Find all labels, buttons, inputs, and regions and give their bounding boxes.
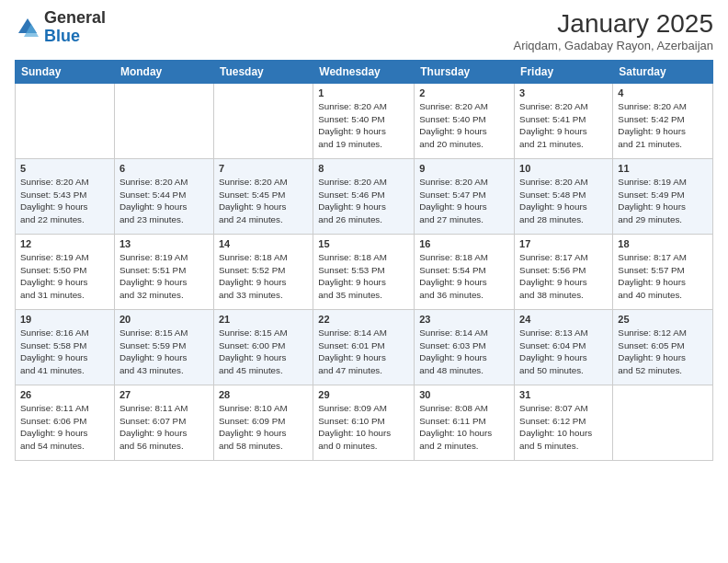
day-number: 7 xyxy=(219,163,308,174)
day-info: Sunrise: 8:17 AM Sunset: 5:57 PM Dayligh… xyxy=(618,251,708,302)
week-row-3: 19Sunrise: 8:16 AM Sunset: 5:58 PM Dayli… xyxy=(16,310,713,385)
day-info: Sunrise: 8:10 AM Sunset: 6:09 PM Dayligh… xyxy=(219,402,308,453)
day-info: Sunrise: 8:20 AM Sunset: 5:40 PM Dayligh… xyxy=(419,100,509,151)
week-row-2: 12Sunrise: 8:19 AM Sunset: 5:50 PM Dayli… xyxy=(16,235,713,310)
day-number: 8 xyxy=(318,163,409,174)
calendar-cell: 2Sunrise: 8:20 AM Sunset: 5:40 PM Daylig… xyxy=(415,84,515,159)
day-header-wednesday: Wednesday xyxy=(313,61,415,84)
day-info: Sunrise: 8:16 AM Sunset: 5:58 PM Dayligh… xyxy=(20,327,109,377)
calendar-cell: 22Sunrise: 8:14 AM Sunset: 6:01 PM Dayli… xyxy=(313,310,415,385)
calendar-table: SundayMondayTuesdayWednesdayThursdayFrid… xyxy=(15,60,713,461)
day-number: 1 xyxy=(318,87,409,98)
day-number: 6 xyxy=(119,163,209,174)
day-header-saturday: Saturday xyxy=(613,61,713,84)
calendar-cell: 8Sunrise: 8:20 AM Sunset: 5:46 PM Daylig… xyxy=(313,159,415,235)
day-info: Sunrise: 8:20 AM Sunset: 5:44 PM Dayligh… xyxy=(119,176,209,226)
day-number: 25 xyxy=(618,314,708,325)
day-info: Sunrise: 8:20 AM Sunset: 5:46 PM Dayligh… xyxy=(318,176,409,226)
calendar-cell: 18Sunrise: 8:17 AM Sunset: 5:57 PM Dayli… xyxy=(613,235,713,310)
calendar-cell: 24Sunrise: 8:13 AM Sunset: 6:04 PM Dayli… xyxy=(515,310,613,385)
calendar-cell: 31Sunrise: 8:07 AM Sunset: 6:12 PM Dayli… xyxy=(515,385,613,461)
day-number: 30 xyxy=(419,389,509,400)
logo: General Blue xyxy=(15,9,106,46)
header: General Blue January 2025 Ariqdam, Gadab… xyxy=(15,9,713,52)
calendar-cell: 28Sunrise: 8:10 AM Sunset: 6:09 PM Dayli… xyxy=(213,385,313,461)
day-number: 12 xyxy=(20,238,109,249)
calendar-cell: 21Sunrise: 8:15 AM Sunset: 6:00 PM Dayli… xyxy=(213,310,313,385)
day-info: Sunrise: 8:20 AM Sunset: 5:47 PM Dayligh… xyxy=(419,176,509,226)
day-number: 29 xyxy=(318,389,409,400)
day-number: 17 xyxy=(519,238,608,249)
day-info: Sunrise: 8:11 AM Sunset: 6:06 PM Dayligh… xyxy=(20,402,109,453)
day-number: 2 xyxy=(419,87,509,98)
day-number: 19 xyxy=(20,314,109,325)
day-info: Sunrise: 8:20 AM Sunset: 5:42 PM Dayligh… xyxy=(618,100,708,151)
day-header-monday: Monday xyxy=(114,61,213,84)
calendar-cell: 6Sunrise: 8:20 AM Sunset: 5:44 PM Daylig… xyxy=(114,159,213,235)
week-row-1: 5Sunrise: 8:20 AM Sunset: 5:43 PM Daylig… xyxy=(16,159,713,235)
day-number: 21 xyxy=(219,314,308,325)
header-row: SundayMondayTuesdayWednesdayThursdayFrid… xyxy=(16,61,713,84)
day-info: Sunrise: 8:20 AM Sunset: 5:45 PM Dayligh… xyxy=(219,176,308,226)
day-info: Sunrise: 8:19 AM Sunset: 5:51 PM Dayligh… xyxy=(119,251,209,302)
day-number: 16 xyxy=(419,238,509,249)
logo-blue: Blue xyxy=(44,27,80,45)
day-info: Sunrise: 8:14 AM Sunset: 6:03 PM Dayligh… xyxy=(419,327,509,377)
calendar-cell: 25Sunrise: 8:12 AM Sunset: 6:05 PM Dayli… xyxy=(613,310,713,385)
calendar-cell: 11Sunrise: 8:19 AM Sunset: 5:49 PM Dayli… xyxy=(613,159,713,235)
day-number: 10 xyxy=(519,163,608,174)
calendar-cell: 29Sunrise: 8:09 AM Sunset: 6:10 PM Dayli… xyxy=(313,385,415,461)
calendar-cell: 3Sunrise: 8:20 AM Sunset: 5:41 PM Daylig… xyxy=(515,84,613,159)
day-number: 14 xyxy=(219,238,308,249)
day-number: 22 xyxy=(318,314,409,325)
week-row-0: 1Sunrise: 8:20 AM Sunset: 5:40 PM Daylig… xyxy=(16,84,713,159)
calendar-cell: 20Sunrise: 8:15 AM Sunset: 5:59 PM Dayli… xyxy=(114,310,213,385)
day-number: 28 xyxy=(219,389,308,400)
day-info: Sunrise: 8:18 AM Sunset: 5:52 PM Dayligh… xyxy=(219,251,308,302)
logo-text: General Blue xyxy=(44,9,106,46)
day-number: 31 xyxy=(519,389,608,400)
calendar-cell: 5Sunrise: 8:20 AM Sunset: 5:43 PM Daylig… xyxy=(16,159,115,235)
day-number: 27 xyxy=(119,389,209,400)
title-block: January 2025 Ariqdam, Gadabay Rayon, Aze… xyxy=(513,9,713,52)
calendar-cell xyxy=(613,385,713,461)
day-number: 26 xyxy=(20,389,109,400)
calendar-cell: 26Sunrise: 8:11 AM Sunset: 6:06 PM Dayli… xyxy=(16,385,115,461)
day-number: 23 xyxy=(419,314,509,325)
page: General Blue January 2025 Ariqdam, Gadab… xyxy=(0,0,728,563)
calendar-cell: 10Sunrise: 8:20 AM Sunset: 5:48 PM Dayli… xyxy=(515,159,613,235)
day-number: 9 xyxy=(419,163,509,174)
day-number: 20 xyxy=(119,314,209,325)
calendar-cell: 30Sunrise: 8:08 AM Sunset: 6:11 PM Dayli… xyxy=(415,385,515,461)
calendar-cell xyxy=(16,84,115,159)
calendar-cell: 9Sunrise: 8:20 AM Sunset: 5:47 PM Daylig… xyxy=(415,159,515,235)
day-info: Sunrise: 8:12 AM Sunset: 6:05 PM Dayligh… xyxy=(618,327,708,377)
location: Ariqdam, Gadabay Rayon, Azerbaijan xyxy=(513,39,713,52)
day-info: Sunrise: 8:20 AM Sunset: 5:48 PM Dayligh… xyxy=(519,176,608,226)
day-info: Sunrise: 8:19 AM Sunset: 5:49 PM Dayligh… xyxy=(618,176,708,226)
calendar-cell: 13Sunrise: 8:19 AM Sunset: 5:51 PM Dayli… xyxy=(114,235,213,310)
day-info: Sunrise: 8:13 AM Sunset: 6:04 PM Dayligh… xyxy=(519,327,608,377)
calendar-cell: 16Sunrise: 8:18 AM Sunset: 5:54 PM Dayli… xyxy=(415,235,515,310)
calendar-cell xyxy=(213,84,313,159)
day-number: 13 xyxy=(119,238,209,249)
day-info: Sunrise: 8:15 AM Sunset: 6:00 PM Dayligh… xyxy=(219,327,308,377)
calendar-cell: 19Sunrise: 8:16 AM Sunset: 5:58 PM Dayli… xyxy=(16,310,115,385)
logo-icon xyxy=(15,15,40,40)
day-info: Sunrise: 8:11 AM Sunset: 6:07 PM Dayligh… xyxy=(119,402,209,453)
day-header-friday: Friday xyxy=(515,61,613,84)
week-row-4: 26Sunrise: 8:11 AM Sunset: 6:06 PM Dayli… xyxy=(16,385,713,461)
day-header-tuesday: Tuesday xyxy=(213,61,313,84)
day-number: 24 xyxy=(519,314,608,325)
day-number: 11 xyxy=(618,163,708,174)
day-info: Sunrise: 8:20 AM Sunset: 5:40 PM Dayligh… xyxy=(318,100,409,151)
calendar-cell xyxy=(114,84,213,159)
day-header-thursday: Thursday xyxy=(415,61,515,84)
calendar-cell: 12Sunrise: 8:19 AM Sunset: 5:50 PM Dayli… xyxy=(16,235,115,310)
day-info: Sunrise: 8:14 AM Sunset: 6:01 PM Dayligh… xyxy=(318,327,409,377)
day-info: Sunrise: 8:20 AM Sunset: 5:41 PM Dayligh… xyxy=(519,100,608,151)
calendar-cell: 14Sunrise: 8:18 AM Sunset: 5:52 PM Dayli… xyxy=(213,235,313,310)
calendar-cell: 7Sunrise: 8:20 AM Sunset: 5:45 PM Daylig… xyxy=(213,159,313,235)
logo-general: General xyxy=(44,8,106,27)
day-number: 15 xyxy=(318,238,409,249)
